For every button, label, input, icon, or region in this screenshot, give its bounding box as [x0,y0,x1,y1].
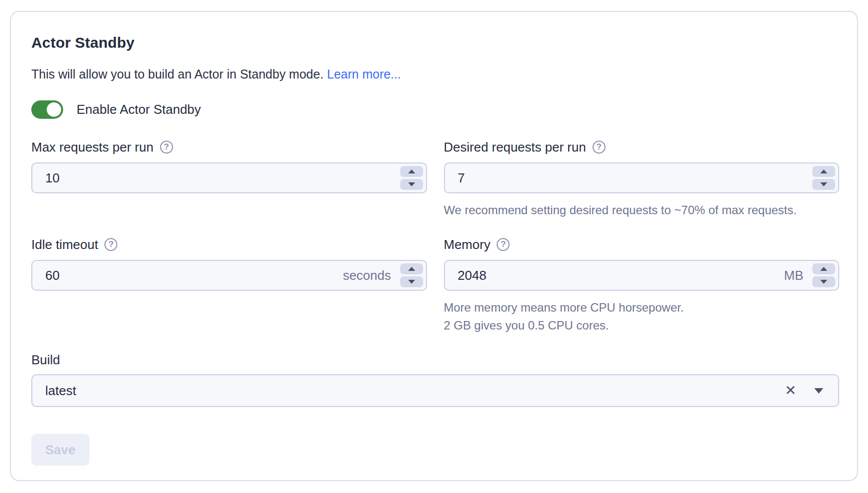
idle-timeout-unit: seconds [343,268,391,283]
idle-timeout-input[interactable] [45,268,337,283]
arrow-up-icon [408,267,415,271]
memory-hint-line1: More memory means more CPU horsepower. [444,299,840,317]
arrow-up-icon [408,169,415,173]
max-requests-input-box [31,163,427,193]
help-icon[interactable]: ? [104,238,117,251]
description-text: This will allow you to build an Actor in… [31,67,324,81]
idle-timeout-input-box: seconds [31,260,427,291]
enable-standby-row: Enable Actor Standby [31,100,839,119]
spinner-down-button[interactable] [812,179,835,190]
spinner-up-button[interactable] [400,263,423,274]
idle-timeout-label: Idle timeout [31,237,98,252]
field-build: Build latest ✕ [31,352,839,407]
chevron-down-icon[interactable] [814,388,823,394]
arrow-up-icon [820,169,827,173]
help-icon[interactable]: ? [593,141,606,154]
desired-requests-input-box [444,163,840,193]
help-icon[interactable]: ? [497,238,510,251]
memory-hint: More memory means more CPU horsepower. 2… [444,299,840,334]
field-idle-timeout: Idle timeout ? seconds [31,237,427,291]
memory-label: Memory [444,237,491,252]
field-desired-requests: Desired requests per run ? We recommend … [444,140,840,219]
clear-icon[interactable]: ✕ [785,384,796,398]
max-requests-label: Max requests per run [31,140,154,155]
desired-requests-input[interactable] [458,170,804,186]
spinner-down-button[interactable] [812,276,835,287]
build-select-value: latest [45,383,76,399]
field-memory: Memory ? MB More memory means more CPU h… [444,237,840,334]
desired-requests-label: Desired requests per run [444,140,586,155]
build-select[interactable]: latest ✕ [31,374,839,407]
arrow-down-icon [820,182,827,186]
toggle-knob-icon [47,102,61,117]
save-button[interactable]: Save [31,434,89,466]
arrow-down-icon [408,280,415,284]
arrow-down-icon [820,280,827,284]
help-icon[interactable]: ? [160,141,173,154]
memory-input[interactable] [458,268,779,283]
memory-input-box: MB [444,260,840,291]
field-max-requests: Max requests per run ? [31,140,427,193]
enable-standby-toggle[interactable] [31,100,63,119]
actor-standby-card: Actor Standby This will allow you to bui… [10,11,858,481]
spinner-up-button[interactable] [400,166,423,177]
spinner-up-button[interactable] [812,263,835,274]
memory-hint-line2: 2 GB gives you 0.5 CPU cores. [444,317,840,334]
spinner-down-button[interactable] [400,179,423,190]
arrow-up-icon [820,267,827,271]
memory-unit: MB [784,268,803,283]
arrow-down-icon [408,182,415,186]
desired-requests-hint: We recommend setting desired requests to… [444,201,840,219]
build-label: Build [31,352,839,367]
spinner-down-button[interactable] [400,276,423,287]
description: This will allow you to build an Actor in… [31,66,839,82]
learn-more-link[interactable]: Learn more... [327,67,401,81]
settings-grid: Max requests per run ? Desired requests … [31,140,839,334]
max-requests-input[interactable] [45,170,391,186]
spinner-up-button[interactable] [812,166,835,177]
enable-standby-label: Enable Actor Standby [77,102,201,117]
page-title: Actor Standby [31,34,839,52]
